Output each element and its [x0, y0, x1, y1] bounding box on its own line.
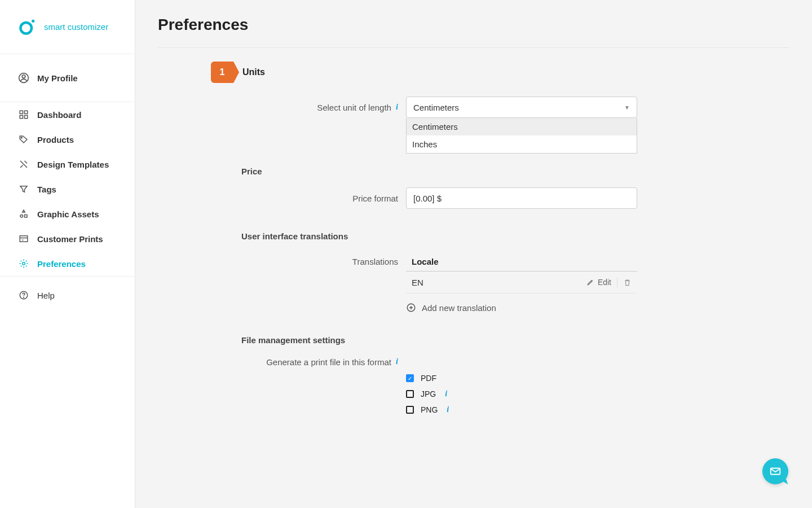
brand-logo-text: smart customizer [44, 22, 108, 32]
checkbox-icon: ✓ [406, 374, 414, 382]
unit-length-selected: Centimeters [413, 103, 459, 112]
svg-rect-10 [25, 215, 28, 218]
svg-rect-4 [20, 111, 23, 113]
help-icon [18, 290, 29, 301]
step-label: Units [242, 67, 265, 77]
sidebar-item-label: Customer Prints [37, 234, 103, 244]
sidebar-item-label: Graphic Assets [37, 209, 99, 219]
dropdown-option-centimeters[interactable]: Centimeters [407, 118, 637, 135]
info-icon[interactable]: i [447, 405, 449, 414]
translations-col-locale: Locale [406, 252, 637, 271]
svg-rect-11 [20, 236, 28, 242]
separator [617, 277, 617, 287]
format-option-pdf[interactable]: ✓ PDF [406, 374, 637, 383]
price-format-label: Price format [158, 194, 406, 203]
step-badge: 1 [211, 62, 233, 83]
price-format-input[interactable] [406, 187, 637, 209]
sidebar-item-label: My Profile [37, 73, 78, 83]
sidebar-item-help[interactable]: Help [0, 277, 135, 314]
contact-fab[interactable] [762, 458, 788, 484]
unit-length-select[interactable]: Centimeters ▼ [406, 97, 637, 118]
sidebar-item-label: Products [37, 135, 74, 144]
gear-icon [18, 258, 29, 269]
filter-icon [18, 183, 29, 195]
sidebar-item-graphic-assets[interactable]: Graphic Assets [0, 202, 135, 226]
svg-point-0 [20, 23, 32, 34]
format-option-jpg[interactable]: JPG i [406, 389, 637, 398]
price-heading: Price [241, 167, 767, 176]
svg-point-1 [32, 19, 34, 22]
sidebar-item-label: Preferences [37, 259, 86, 269]
sidebar-item-label: Help [37, 291, 55, 300]
translations-label: Translations [158, 252, 406, 266]
sidebar-item-preferences[interactable]: Preferences [0, 251, 135, 276]
shapes-icon [18, 208, 29, 220]
info-icon[interactable]: i [396, 357, 398, 366]
tools-icon [18, 159, 29, 170]
sidebar-item-design-templates[interactable]: Design Templates [0, 152, 135, 177]
info-icon[interactable]: i [396, 103, 398, 112]
translation-locale: EN [412, 278, 423, 287]
svg-point-14 [24, 297, 24, 297]
svg-point-12 [23, 262, 25, 265]
info-icon[interactable]: i [445, 389, 447, 398]
translation-edit-button[interactable]: Edit [586, 278, 611, 287]
format-option-png[interactable]: PNG i [406, 405, 637, 414]
sidebar-item-label: Dashboard [37, 110, 81, 120]
svg-rect-5 [25, 111, 28, 113]
translations-heading: User interface translations [241, 231, 767, 241]
sidebar-item-products[interactable]: Products [0, 127, 135, 152]
add-translation-button[interactable]: Add new translation [406, 294, 637, 313]
mail-icon [769, 465, 782, 478]
unit-length-dropdown: Centimeters Inches [406, 118, 637, 154]
dropdown-option-inches[interactable]: Inches [407, 135, 637, 153]
tag-icon [18, 134, 29, 145]
pencil-icon [586, 278, 594, 286]
sidebar-item-customer-prints[interactable]: Customer Prints [0, 226, 135, 251]
sidebar-item-label: Design Templates [37, 160, 109, 169]
prints-icon [18, 233, 29, 244]
sidebar-item-dashboard[interactable]: Dashboard [0, 102, 135, 127]
user-icon [18, 72, 29, 84]
sidebar: smart customizer My Profile Dashboard [0, 0, 135, 508]
sidebar-item-tags[interactable]: Tags [0, 177, 135, 202]
brand-logo[interactable]: smart customizer [0, 0, 135, 54]
plus-circle-icon [406, 303, 416, 313]
main-content: Preferences 1 Units Select unit of lengt… [135, 0, 812, 508]
svg-rect-6 [20, 116, 23, 119]
checkbox-icon [406, 406, 414, 414]
sidebar-item-profile[interactable]: My Profile [0, 54, 135, 102]
sidebar-item-label: Tags [37, 185, 56, 194]
generate-format-label: Generate a print file in this format i [158, 356, 406, 367]
dashboard-icon [18, 109, 29, 120]
unit-length-label: Select unit of length i [158, 103, 406, 112]
translation-row: EN Edit [406, 271, 637, 294]
svg-point-3 [22, 75, 25, 78]
page-title: Preferences [158, 16, 789, 48]
checkbox-icon [406, 390, 414, 398]
chevron-down-icon: ▼ [624, 104, 630, 111]
svg-point-9 [20, 215, 23, 218]
brand-logo-icon [18, 18, 36, 36]
format-checkbox-list: ✓ PDF JPG i PNG i [406, 374, 637, 414]
svg-point-8 [21, 137, 22, 138]
units-step-header: 1 Units [211, 62, 767, 83]
svg-rect-7 [25, 116, 28, 119]
files-heading: File management settings [241, 335, 767, 345]
translation-delete-button[interactable] [623, 278, 632, 287]
